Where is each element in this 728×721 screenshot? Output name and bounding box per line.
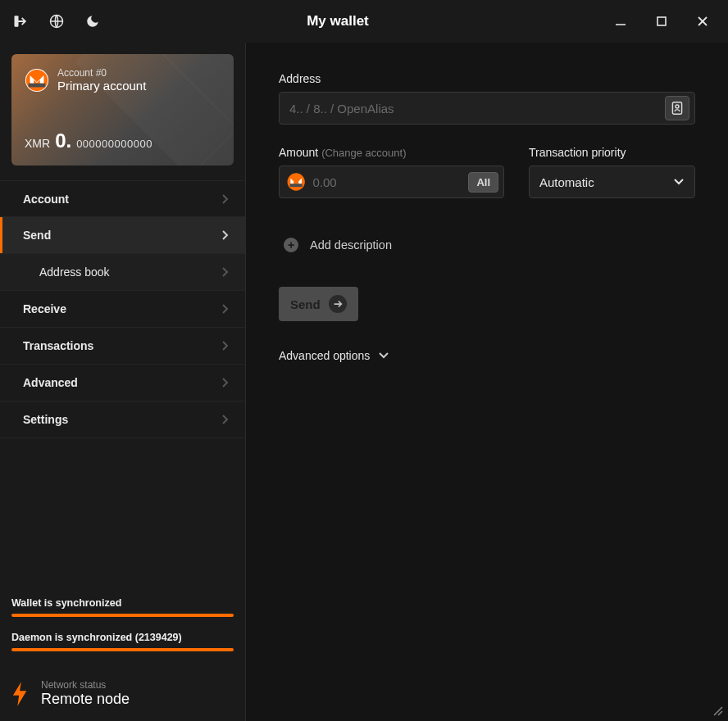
- add-description-button[interactable]: + Add description: [279, 238, 695, 252]
- advanced-options-toggle[interactable]: Advanced options: [279, 349, 695, 362]
- nav-account[interactable]: Account: [0, 180, 245, 217]
- svg-rect-0: [15, 16, 19, 26]
- all-button[interactable]: All: [468, 172, 498, 193]
- network-status-label: Network status: [41, 679, 130, 691]
- chevron-right-icon: [221, 414, 229, 425]
- address-book-button[interactable]: [665, 96, 689, 120]
- balance-currency: XMR: [25, 137, 50, 150]
- logout-icon[interactable]: [11, 12, 30, 30]
- amount-input[interactable]: [312, 175, 468, 189]
- balance: XMR 0. 000000000000: [25, 129, 152, 152]
- network-status[interactable]: Network status Remote node: [0, 671, 245, 721]
- priority-value: Automatic: [539, 175, 594, 189]
- close-button[interactable]: [689, 7, 717, 35]
- account-index: Account #0: [57, 67, 146, 79]
- send-button[interactable]: Send: [279, 287, 358, 321]
- chevron-down-icon: [378, 351, 389, 360]
- amount-column: Amount (Change account) All: [279, 146, 504, 198]
- contact-icon: [671, 101, 684, 116]
- priority-column: Transaction priority Automatic: [529, 146, 695, 198]
- svg-rect-7: [29, 83, 46, 87]
- balance-fraction: 000000000000: [76, 138, 152, 150]
- monero-logo-icon: [286, 171, 306, 193]
- svg-line-13: [718, 711, 722, 715]
- advanced-options-label: Advanced options: [279, 349, 370, 362]
- window-title: My wallet: [69, 13, 607, 29]
- resize-handle-icon[interactable]: [712, 705, 723, 716]
- chevron-right-icon: [221, 377, 229, 388]
- amount-label: Amount (Change account): [279, 146, 504, 159]
- send-button-label: Send: [290, 297, 321, 311]
- change-account-link[interactable]: (Change account): [321, 147, 406, 159]
- nav-address-book[interactable]: Address book: [0, 254, 245, 291]
- bolt-icon: [11, 682, 30, 706]
- nav-label: Account: [23, 193, 69, 206]
- svg-line-12: [714, 707, 722, 715]
- svg-rect-3: [657, 17, 666, 25]
- chevron-right-icon: [221, 303, 229, 315]
- nav-label: Send: [23, 229, 51, 242]
- daemon-sync-bar: [11, 648, 234, 651]
- wallet-sync-bar: [11, 614, 234, 617]
- account-name: Primary account: [57, 79, 146, 93]
- nav-label: Receive: [23, 302, 66, 315]
- amount-input-row: All: [279, 166, 504, 198]
- add-description-label: Add description: [310, 238, 392, 252]
- plus-icon: +: [284, 238, 298, 252]
- chevron-down-icon: [673, 178, 685, 186]
- minimize-button[interactable]: [607, 7, 635, 35]
- address-input[interactable]: [289, 102, 665, 116]
- titlebar: My wallet: [0, 0, 728, 43]
- account-card[interactable]: Account #0 Primary account XMR 0. 000000…: [11, 54, 234, 166]
- window-controls: [607, 7, 717, 35]
- nav-receive[interactable]: Receive: [0, 291, 245, 328]
- nav-label: Address book: [39, 265, 110, 279]
- balance-integer: 0.: [55, 129, 71, 152]
- amount-label-text: Amount: [279, 146, 318, 159]
- globe-icon[interactable]: [48, 12, 66, 30]
- nav-settings[interactable]: Settings: [0, 401, 245, 438]
- address-label: Address: [279, 72, 695, 85]
- network-status-value: Remote node: [41, 691, 130, 708]
- arrow-right-icon: [329, 295, 347, 313]
- svg-point-9: [676, 105, 679, 108]
- address-input-row: [279, 92, 695, 125]
- monero-logo-icon: [25, 68, 49, 93]
- nav-transactions[interactable]: Transactions: [0, 328, 245, 365]
- daemon-sync-label: Daemon is synchronized (2139429): [11, 632, 234, 643]
- nav-label: Settings: [23, 413, 68, 426]
- nav-label: Advanced: [23, 376, 78, 389]
- nav-label: Transactions: [23, 339, 93, 352]
- wallet-sync-label: Wallet is synchronized: [11, 597, 234, 609]
- svg-rect-11: [290, 184, 303, 187]
- priority-label: Transaction priority: [529, 146, 695, 159]
- chevron-right-icon: [221, 340, 229, 351]
- chevron-right-icon: [221, 229, 229, 241]
- nav: Account Send Address book Receive Transa…: [0, 180, 245, 438]
- chevron-right-icon: [221, 193, 229, 205]
- nav-send[interactable]: Send: [0, 217, 245, 254]
- priority-select[interactable]: Automatic: [529, 166, 695, 198]
- svg-point-10: [288, 173, 305, 190]
- sync-status: Wallet is synchronized Daemon is synchro…: [0, 597, 245, 671]
- chevron-right-icon: [221, 266, 229, 278]
- main-send-panel: Address Amount (Change account) All T: [246, 43, 728, 721]
- maximize-button[interactable]: [648, 7, 676, 35]
- sidebar: Account #0 Primary account XMR 0. 000000…: [0, 43, 246, 721]
- nav-advanced[interactable]: Advanced: [0, 365, 245, 401]
